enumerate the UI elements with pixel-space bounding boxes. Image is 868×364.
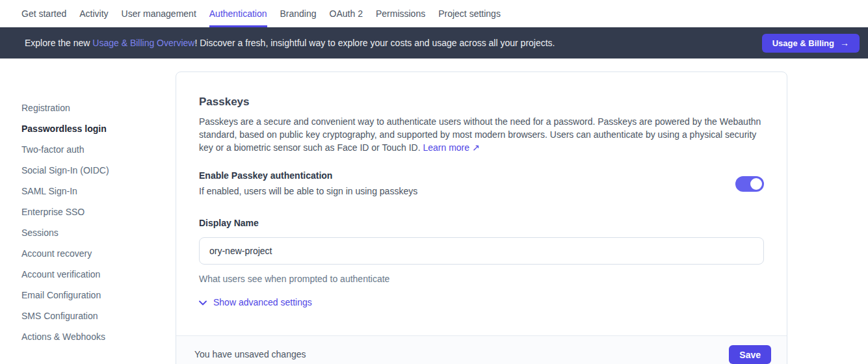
passkeys-description: Passkeys are a secure and convenient way… [199,115,764,154]
tab-branding[interactable]: Branding [280,0,317,27]
banner-text-suffix: ! Discover a fresh, insightful way to ex… [194,38,555,48]
display-name-input[interactable] [199,237,764,265]
top-nav: Get started Activity User management Aut… [0,0,868,27]
tab-project-settings[interactable]: Project settings [438,0,501,27]
sidebar-item-actions-webhooks[interactable]: Actions & Webhooks [21,326,161,347]
sidebar-item-account-verification[interactable]: Account verification [21,264,161,285]
display-name-helper: What users see when prompted to authenti… [199,274,764,285]
usage-billing-button[interactable]: Usage & Billing → [762,34,860,53]
show-advanced-settings[interactable]: Show advanced settings [199,297,312,308]
learn-more-label: Learn more [423,142,469,153]
tab-user-management[interactable]: User management [122,0,196,27]
sidebar-item-enterprise-sso[interactable]: Enterprise SSO [21,202,161,222]
card-footer: You have unsaved changes Save [176,335,787,364]
enable-passkey-row: Enable Passkey authentication If enabled… [199,170,764,197]
toggle-knob [750,178,762,190]
sidebar-item-sessions[interactable]: Sessions [21,222,161,243]
banner-message: Explore the new Usage & Billing Overview… [25,38,555,48]
arrow-right-icon: → [840,38,849,48]
show-advanced-settings-label: Show advanced settings [213,297,312,308]
settings-sidebar: Registration Passwordless login Two-fact… [21,98,161,347]
sidebar-item-email-configuration[interactable]: Email Configuration [21,285,161,306]
usage-billing-overview-link[interactable]: Usage & Billing Overview [92,38,194,48]
page-root: Get started Activity User management Aut… [0,0,868,364]
save-button[interactable]: Save [729,345,771,364]
passkeys-description-text: Passkeys are a secure and convenient way… [199,116,761,153]
usage-billing-banner: Explore the new Usage & Billing Overview… [0,27,868,58]
tab-authentication[interactable]: Authentication [209,0,267,27]
passkeys-card-body: Passkeys Passkeys are a secure and conve… [176,72,787,308]
sidebar-item-social-sign-in-oidc[interactable]: Social Sign-In (OIDC) [21,160,161,181]
enable-passkey-toggle[interactable] [735,176,764,192]
sidebar-item-registration[interactable]: Registration [21,98,161,118]
tab-oauth2[interactable]: OAuth 2 [330,0,363,27]
usage-billing-button-label: Usage & Billing [772,38,834,48]
enable-passkey-label: Enable Passkey authentication [199,170,417,181]
display-name-label: Display Name [199,218,764,229]
enable-passkey-text: Enable Passkey authentication If enabled… [199,170,417,197]
sidebar-item-saml-sign-in[interactable]: SAML Sign-In [21,181,161,202]
banner-text-prefix: Explore the new [25,38,92,48]
external-link-icon: ↗ [472,142,480,153]
unsaved-changes-text: You have unsaved changes [194,345,306,364]
sidebar-item-two-factor-auth[interactable]: Two-factor auth [21,139,161,160]
learn-more-link[interactable]: Learn more ↗ [423,142,479,153]
tab-get-started[interactable]: Get started [21,0,66,27]
chevron-down-icon [199,300,207,306]
tab-permissions[interactable]: Permissions [376,0,425,27]
sidebar-item-sms-configuration[interactable]: SMS Configuration [21,306,161,326]
sidebar-item-passwordless-login[interactable]: Passwordless login [21,118,161,139]
enable-passkey-description: If enabled, users will be able to sign i… [199,186,417,197]
page-title: Passkeys [199,96,764,109]
passkeys-settings-card: Passkeys Passkeys are a secure and conve… [176,72,787,364]
sidebar-item-account-recovery[interactable]: Account recovery [21,243,161,264]
tab-activity[interactable]: Activity [79,0,108,27]
